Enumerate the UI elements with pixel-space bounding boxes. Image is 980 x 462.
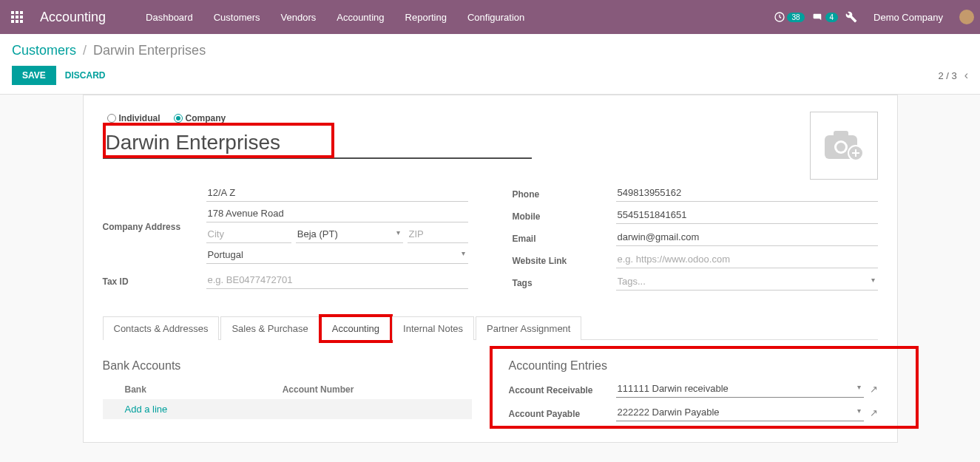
form-sheet: Individual Company Company Address xyxy=(83,95,898,443)
pager-prev-icon[interactable]: ‹ xyxy=(964,69,968,82)
label-company-address: Company Address xyxy=(103,219,206,232)
tab-notes[interactable]: Internal Notes xyxy=(392,316,474,340)
breadcrumb: Customers / Darwin Enterprises xyxy=(0,34,980,63)
bank-table-header: Bank Account Number xyxy=(103,380,472,399)
nav-customers[interactable]: Customers xyxy=(203,12,271,23)
label-tags: Tags xyxy=(513,275,616,288)
partner-name-input[interactable] xyxy=(103,126,532,159)
tab-body: Bank Accounts Bank Account Number Add a … xyxy=(103,359,878,427)
mobile-input[interactable] xyxy=(616,206,878,224)
radio-company[interactable]: Company xyxy=(174,113,226,123)
radio-individual[interactable]: Individual xyxy=(107,113,160,123)
svg-rect-6 xyxy=(11,20,14,23)
activity-count-badge: 38 xyxy=(787,13,804,22)
tabs: Contacts & Addresses Sales & Purchase Ac… xyxy=(103,316,878,340)
label-mobile: Mobile xyxy=(513,208,616,222)
tags-select[interactable] xyxy=(616,273,878,291)
svg-rect-2 xyxy=(20,11,23,14)
label-website: Website Link xyxy=(513,253,616,266)
partner-type-radios: Individual Company xyxy=(107,113,878,123)
tab-partner[interactable]: Partner Assignment xyxy=(476,316,581,340)
breadcrumb-current: Darwin Enterprises xyxy=(93,43,206,58)
svg-rect-1 xyxy=(16,11,18,14)
svg-rect-7 xyxy=(16,20,18,23)
address-line2-input[interactable] xyxy=(206,205,468,222)
radio-individual-label: Individual xyxy=(119,113,160,123)
radio-company-label: Company xyxy=(186,113,226,123)
nav-dashboard[interactable]: Dashboard xyxy=(135,12,203,23)
external-link-icon[interactable]: ↗ xyxy=(870,407,878,418)
website-input[interactable] xyxy=(616,251,878,268)
debug-icon[interactable] xyxy=(845,11,857,23)
app-title[interactable]: Accounting xyxy=(40,10,106,25)
address-zip-input[interactable] xyxy=(408,225,468,243)
pager-value[interactable]: 2 / 3 xyxy=(938,70,956,81)
tab-accounting-label: Accounting xyxy=(332,323,379,334)
label-payable: Account Payable xyxy=(509,406,616,419)
top-right: 38 4 Demo Company xyxy=(774,10,974,24)
svg-rect-0 xyxy=(11,11,14,14)
svg-point-13 xyxy=(837,143,845,152)
svg-rect-8 xyxy=(20,20,23,23)
svg-rect-11 xyxy=(834,131,848,138)
action-bar: SAVE DISCARD 2 / 3 ‹ xyxy=(0,63,980,95)
bank-add-line-row: Add a line xyxy=(103,399,472,419)
address-line1-input[interactable] xyxy=(206,184,468,202)
activity-icon[interactable]: 38 xyxy=(774,11,804,23)
tab-sales[interactable]: Sales & Purchase xyxy=(220,316,319,340)
address-country-select[interactable] xyxy=(206,246,468,264)
bank-col-bank: Bank xyxy=(125,384,283,395)
save-button[interactable]: SAVE xyxy=(12,66,56,85)
external-link-icon[interactable]: ↗ xyxy=(870,384,878,395)
bank-section-title: Bank Accounts xyxy=(103,359,472,373)
svg-rect-3 xyxy=(11,16,14,18)
account-receivable-select[interactable] xyxy=(616,380,864,398)
nav-configuration[interactable]: Configuration xyxy=(457,12,535,23)
label-receivable: Account Receivable xyxy=(509,382,616,395)
svg-rect-4 xyxy=(16,16,18,18)
messages-count-badge: 4 xyxy=(825,13,839,22)
tab-accounting[interactable]: Accounting xyxy=(321,316,391,340)
company-selector[interactable]: Demo Company xyxy=(873,12,943,23)
pager: 2 / 3 ‹ xyxy=(938,69,968,82)
apps-icon[interactable] xyxy=(6,6,28,28)
account-payable-select[interactable] xyxy=(616,404,864,421)
address-city-input[interactable] xyxy=(206,225,291,243)
add-line-link[interactable]: Add a line xyxy=(125,404,168,415)
label-phone: Phone xyxy=(513,186,616,200)
tab-contacts[interactable]: Contacts & Addresses xyxy=(103,316,220,340)
user-avatar-icon[interactable] xyxy=(959,10,974,24)
nav-vendors[interactable]: Vendors xyxy=(271,12,327,23)
email-input[interactable] xyxy=(616,228,878,246)
discard-button[interactable]: DISCARD xyxy=(65,70,106,81)
messages-icon[interactable]: 4 xyxy=(812,11,839,23)
bank-accounts-section: Bank Accounts Bank Account Number Add a … xyxy=(103,359,472,427)
content: Individual Company Company Address xyxy=(0,95,980,443)
accounting-entries-section: Accounting Entries Account Receivable ↗ … xyxy=(509,359,878,427)
address-state-select[interactable] xyxy=(296,225,403,243)
breadcrumb-sep: / xyxy=(83,43,87,58)
image-upload[interactable] xyxy=(810,112,878,180)
top-nav: Dashboard Customers Vendors Accounting R… xyxy=(135,12,535,23)
svg-rect-5 xyxy=(20,16,23,18)
nav-reporting[interactable]: Reporting xyxy=(395,12,457,23)
nav-accounting[interactable]: Accounting xyxy=(326,12,394,23)
bank-col-account: Account Number xyxy=(283,384,472,395)
tax-id-input[interactable] xyxy=(206,271,468,289)
phone-input[interactable] xyxy=(616,184,878,202)
topbar: Accounting Dashboard Customers Vendors A… xyxy=(0,0,980,34)
right-column: Phone Mobile Email Website Link Tags xyxy=(513,184,878,295)
entries-section-title: Accounting Entries xyxy=(509,359,878,373)
label-email: Email xyxy=(513,231,616,244)
label-tax-id: Tax ID xyxy=(103,274,206,287)
breadcrumb-root[interactable]: Customers xyxy=(12,43,76,58)
left-column: Company Address Tax ID xyxy=(103,184,468,295)
